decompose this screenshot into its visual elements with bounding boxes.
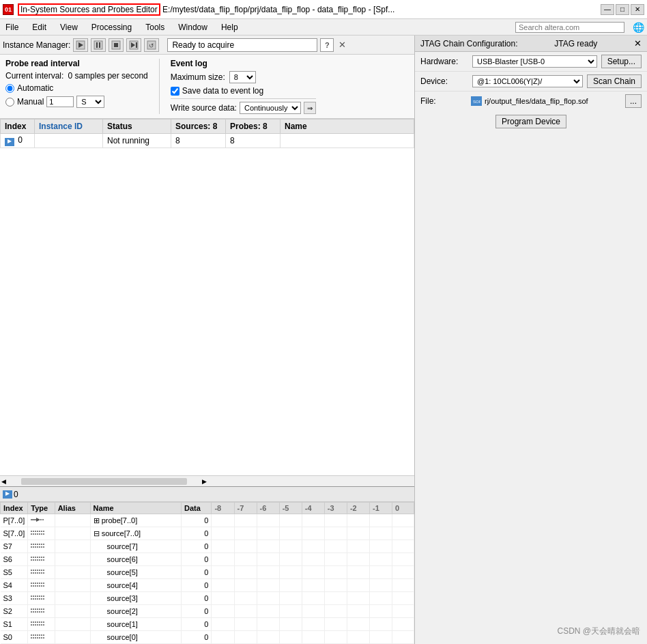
status-text: Ready to acquire [172,40,234,50]
stop-button[interactable] [109,38,124,52]
signal-row[interactable]: S6 source[6] 0 [1,553,414,566]
signal-row[interactable]: S7 source[7] 0 [1,540,414,553]
sig-cell-t2 [347,566,369,579]
hardware-select[interactable]: USB-Blaster [USB-0 [472,55,597,68]
restore-button[interactable]: □ [616,4,629,15]
sig-cell-name: source[5] [90,566,181,579]
sig-cell-t0 [392,618,414,631]
sig-cell-data: 0 [182,540,212,553]
sig-cell-t1 [369,605,392,618]
sig-cell-data: 0 [182,514,212,527]
send-button[interactable]: ⇒ [304,102,316,114]
sig-cell-alias [55,514,90,527]
file-browse-button[interactable]: ... [625,94,642,108]
scroll-left-arrow[interactable]: ◀ [0,478,8,485]
sig-cell-index: S3 [1,592,28,605]
program-device-button[interactable]: Program Device [495,115,566,128]
scroll-right-arrow[interactable]: ▶ [201,478,208,485]
menu-help[interactable]: Help [218,22,241,33]
menu-tools[interactable]: Tools [143,22,167,33]
col-header-index: Index [1,120,35,134]
sig-cell-data: 0 [182,592,212,605]
main-layout: Instance Manager: ↺ Ready to acquire ? ✕ [0,36,647,644]
sig-cell-t2 [347,605,369,618]
manual-value-input[interactable] [46,96,74,107]
col-header-probes: Probes: 8 [226,120,281,134]
signal-row[interactable]: S3 source[3] 0 [1,592,414,605]
refresh-button[interactable]: ↺ [144,38,159,52]
title-controls: — □ ✕ [601,4,644,15]
menu-processing[interactable]: Processing [89,22,134,33]
max-size-select[interactable]: 8163264 [229,71,256,83]
setup-button[interactable]: Setup... [601,55,642,68]
menu-window[interactable]: Window [175,22,210,33]
save-data-checkbox[interactable] [171,87,179,96]
cell-instance-id [35,134,103,148]
search-input[interactable] [515,22,624,33]
signal-row[interactable]: S0 source[0] 0 [1,631,414,644]
menu-file[interactable]: File [3,22,21,33]
file-row: File: SOF rj/output_files/data_flip_flop… [415,92,647,111]
sig-cell-data: 0 [182,527,212,540]
file-icon: SOF [471,96,482,106]
write-source-select[interactable]: ContinuouslyOnce [240,102,301,114]
jtag-close-button[interactable]: ✕ [634,38,642,48]
sig-cell-name: source[4] [90,579,181,592]
menu-view[interactable]: View [57,22,81,33]
status-box: Ready to acquire [167,38,317,52]
sig-cell-t7 [234,631,257,644]
device-label: Device: [420,76,468,86]
sig-cell-t8 [212,605,234,618]
window-close-button[interactable]: ✕ [631,4,644,15]
scan-chain-button[interactable]: Scan Chain [587,74,642,88]
sig-col-name: Name [90,503,181,514]
device-select[interactable]: @1: 10CL006(Y|Z)/ [472,75,583,87]
sig-cell-alias [55,592,90,605]
col-header-name: Name [281,120,414,134]
signal-row[interactable]: S1 source[1] 0 [1,618,414,631]
manual-radio[interactable] [5,98,14,107]
sig-col-data: Data [182,503,212,514]
signal-row[interactable]: S5 source[5] 0 [1,566,414,579]
sig-cell-t0 [392,527,414,540]
scroll-thumb[interactable] [21,478,187,485]
sig-cell-t5 [279,618,302,631]
save-data-label: Save data to event log [182,86,263,96]
pause-button[interactable] [91,38,106,52]
table-row[interactable]: ▶ 0 Not running 8 8 [1,134,414,148]
automatic-radio[interactable] [5,84,14,93]
signal-row[interactable]: P[7..0] ⊞ probe[7..0] 0 [1,514,414,527]
sig-cell-t4 [302,618,324,631]
sig-cell-data: 0 [182,566,212,579]
sig-cell-t6 [257,514,279,527]
panel-close-button[interactable]: ✕ [336,40,347,51]
menu-bar: File Edit View Processing Tools Window H… [0,19,647,36]
sig-cell-t7 [234,579,257,592]
minimize-button[interactable]: — [601,4,614,15]
signal-row[interactable]: S2 source[2] 0 [1,605,414,618]
sig-cell-t1 [369,631,392,644]
sig-cell-t4 [302,527,324,540]
sig-cell-index: S4 [1,579,28,592]
signal-row[interactable]: S4 source[4] 0 [1,579,414,592]
manual-label: Manual [17,97,44,107]
instance-id-label: 0 [14,490,18,499]
sig-col-t6: -6 [257,503,279,514]
program-row: Program Device [415,111,647,132]
sig-cell-index: S0 [1,631,28,644]
menu-edit[interactable]: Edit [29,22,49,33]
signal-row[interactable]: S[7..0] ⊟ source[7..0] 0 [1,527,414,540]
manual-unit-select[interactable]: Sms [76,96,104,108]
event-log-col: Event log Maximum size: 8163264 Save dat… [159,59,316,114]
sig-cell-name: source[0] [90,631,181,644]
run-button[interactable] [73,38,88,52]
sig-cell-t7 [234,540,257,553]
sig-cell-t1 [369,514,392,527]
sig-cell-t6 [257,579,279,592]
horizontal-scrollbar[interactable]: ◀ ▶ [0,475,414,486]
sig-cell-t4 [302,579,324,592]
sig-cell-alias [55,553,90,566]
step-button[interactable] [126,38,141,52]
help-button[interactable]: ? [320,38,334,52]
manual-radio-row: Manual Sms [5,96,148,108]
